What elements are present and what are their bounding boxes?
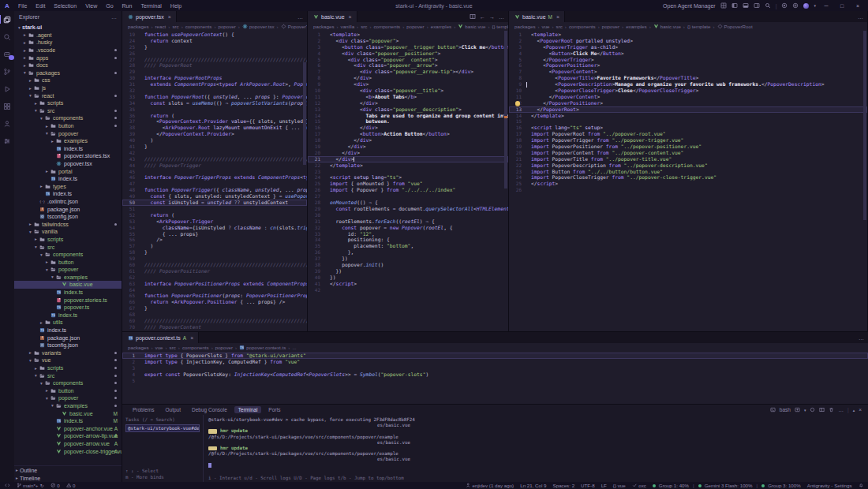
close-tab-icon[interactable]: × <box>190 335 193 341</box>
tree-item-popover.stories.ts[interactable]: popover.stories.ts <box>14 296 122 304</box>
tree-item-css[interactable]: ▸css <box>14 77 122 84</box>
tree-item-popover.tsx[interactable]: popover.tsx <box>14 160 122 168</box>
activitybar-settings-icon[interactable] <box>2 136 13 146</box>
code-editor[interactable]: 19function usePopoverContext() {24 retur… <box>122 31 307 331</box>
breadcrumb-item[interactable]: basic.vue <box>458 24 485 29</box>
breadcrumb-item[interactable]: src <box>361 24 367 29</box>
tree-item-index.ts[interactable]: TSindex.ts <box>14 289 122 297</box>
breadcrumb-item[interactable]: packages <box>128 345 149 350</box>
breadcrumb-item[interactable]: examples <box>626 24 646 29</box>
tree-item-tsconfig.json[interactable]: tsconfig.json <box>14 213 122 221</box>
tree-item-react[interactable]: ▾react <box>14 91 122 99</box>
tree-item-button[interactable]: ▸button <box>14 387 122 395</box>
panel-tab-output[interactable]: Output <box>161 406 185 413</box>
tree-item-popover[interactable]: ▾popover <box>14 394 122 402</box>
code-editor[interactable]: 1<template>2 <div class="popover">3 <but… <box>308 31 508 331</box>
tree-item-tsconfig.json[interactable]: tsconfig.json <box>14 342 122 349</box>
tab-popover.tsx[interactable]: popover.tsx× <box>122 11 177 22</box>
status-left-main[interactable]: main*+↻ <box>17 483 44 488</box>
avatar[interactable] <box>803 3 809 9</box>
activitybar-extensions-icon[interactable] <box>2 101 13 111</box>
tree-item-portal[interactable]: ▸portal <box>14 167 122 175</box>
status-right-bell[interactable] <box>859 483 864 488</box>
breadcrumb-item[interactable]: components <box>373 24 400 29</box>
tree-item-index.ts[interactable]: TSindex.tsM <box>14 417 122 425</box>
breadcrumb-item[interactable]: vanilla <box>341 24 355 29</box>
breadcrumb-item[interactable]: components <box>182 345 209 350</box>
breadcrumb-item[interactable]: popover <box>406 24 424 29</box>
breadcrumb-item[interactable]: PopoverRoot <box>717 24 753 29</box>
chevron-down-icon[interactable]: ▾ <box>804 408 806 412</box>
new-terminal-icon[interactable] <box>795 407 800 413</box>
status-right-spaces-2[interactable]: Spaces: 2 <box>553 483 575 488</box>
tree-item-vanilla[interactable]: ▾vanilla <box>14 228 122 236</box>
tree-item-index.ts[interactable]: TSindex.ts <box>14 190 122 198</box>
breadcrumb-item[interactable]: components <box>185 24 212 29</box>
close-window-button[interactable]: × <box>852 3 863 9</box>
tree-item-popover-anchor.vue[interactable]: popover-anchor.vueA <box>14 424 122 432</box>
chevron-down-icon[interactable]: ▾ <box>814 3 816 8</box>
breadcrumb-item[interactable]: vue <box>542 24 550 29</box>
status-left-remote[interactable] <box>5 483 10 488</box>
status-right-lf[interactable]: LF <box>601 483 607 488</box>
tree-item-vue[interactable]: ▾vue <box>14 356 122 364</box>
menu-run[interactable]: Run <box>118 3 137 9</box>
tree-item-package.json[interactable]: package.json <box>14 205 122 213</box>
close-tab-icon[interactable]: × <box>168 14 171 20</box>
panel-left-icon[interactable] <box>731 2 738 9</box>
status-left-0[interactable]: 0 <box>51 483 60 488</box>
status-right-vue[interactable]: {} vue <box>613 483 626 488</box>
tree-item-scripts[interactable]: ▸scripts <box>14 236 122 244</box>
breadcrumb-item[interactable]: popover <box>215 345 233 350</box>
breadcrumb-item[interactable]: src <box>556 24 563 29</box>
activitybar-search-icon[interactable] <box>2 32 13 42</box>
tree-item-src[interactable]: ▾src <box>14 243 122 251</box>
more-icon[interactable]: … <box>297 14 303 20</box>
activitybar-account-icon[interactable] <box>2 118 13 129</box>
breadcrumb-item[interactable]: vue <box>155 345 163 350</box>
record-icon[interactable] <box>810 407 815 413</box>
tree-item-types[interactable]: ▸types <box>14 182 122 190</box>
tree-item-.oxlintrc.json[interactable]: {·}.oxlintrc.json <box>14 198 122 206</box>
breadcrumb-item[interactable]: packages <box>128 24 149 29</box>
tab-popover.context.ts[interactable]: TSpopover.context.tsA× <box>122 332 199 343</box>
tree-item-scripts[interactable]: ▸scripts <box>14 364 122 372</box>
maximize-panel-icon[interactable]: ▴ <box>853 408 855 412</box>
breadcrumb-item[interactable]: basic.vue <box>653 24 681 29</box>
panel-tab-debug-console[interactable]: Debug Console <box>188 406 231 413</box>
menu-view[interactable]: View <box>81 3 101 9</box>
tree-item-package.json[interactable]: package.json <box>14 334 122 342</box>
tree-item-scripts[interactable]: ▸scripts <box>14 99 122 107</box>
breadcrumb-item[interactable]: examples <box>431 24 451 29</box>
tree-item-components[interactable]: ▾components <box>14 379 122 387</box>
menu-file[interactable]: File <box>14 3 31 9</box>
layout-grid-icon[interactable] <box>720 2 727 9</box>
breadcrumb-item[interactable]: PopoverTrigger <box>281 24 307 29</box>
breadcrumb-item[interactable]: components <box>569 24 596 29</box>
gear-icon[interactable] <box>792 2 799 9</box>
tree-item-button[interactable]: ▸button <box>14 258 122 266</box>
tab-basic.vue[interactable]: basic.vue× <box>308 11 357 22</box>
activitybar-agent-icon[interactable] <box>2 49 13 59</box>
breadcrumb-item[interactable]: popover <box>218 24 235 29</box>
panel-bottom-icon[interactable] <box>743 2 749 9</box>
tree-item-popover-arrow-tip.vue[interactable]: popover-arrow-tip.vueA <box>14 432 122 440</box>
tree-item-button[interactable]: ▸button <box>14 122 122 130</box>
close-tab-icon[interactable]: × <box>556 14 559 20</box>
panel-right-icon[interactable] <box>754 2 760 9</box>
tree-item-index.ts[interactable]: TSindex.ts <box>14 145 122 153</box>
tree-item-index.ts[interactable]: TSindex.ts <box>14 327 122 334</box>
menu-edit[interactable]: Edit <box>32 3 49 9</box>
menu-help[interactable]: Help <box>166 3 185 9</box>
breadcrumb-item[interactable]: {} template <box>687 24 711 29</box>
tree-item-index.ts[interactable]: TSindex.ts <box>14 175 122 183</box>
breadcrumb-item[interactable]: TSpopover.context.ts <box>239 345 286 350</box>
split-icon[interactable] <box>470 13 476 21</box>
search-icon[interactable] <box>765 2 771 9</box>
status-left-0[interactable]: 0 <box>66 483 76 488</box>
tree-item-packages[interactable]: ▾packages <box>14 69 122 77</box>
more-icon[interactable]: … <box>859 335 864 341</box>
tree-item-variants[interactable]: ▸variants <box>14 349 122 357</box>
breadcrumb-item[interactable]: packages <box>514 24 536 29</box>
tree-item-popover.ts[interactable]: TSpopover.ts <box>14 304 122 312</box>
